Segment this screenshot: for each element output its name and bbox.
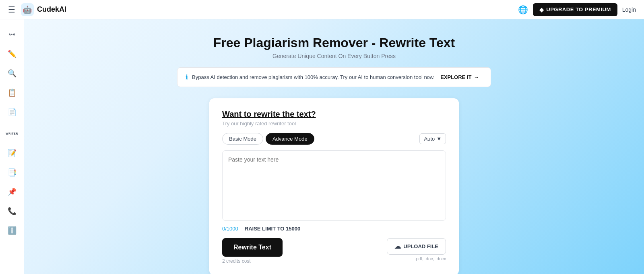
sidebar-item-info[interactable]: ℹ️ <box>3 222 21 239</box>
phone-icon: 📞 <box>8 207 17 216</box>
chevron-down-icon: ▼ <box>436 136 442 142</box>
upgrade-button[interactable]: ◆ UPGRADE TO PREMIUM <box>533 3 617 16</box>
layout: A+H ✏️ 🔍 📋 📄 WRITER 📝 📑 📌 � <box>0 19 644 274</box>
topnav-right: 🌐 ◆ UPGRADE TO PREMIUM Login <box>518 3 636 16</box>
detector-icon: 🔍 <box>8 69 17 78</box>
credits-cost: 2 credits cost <box>222 258 283 264</box>
hamburger-icon[interactable]: ☰ <box>8 5 15 15</box>
page-title: Free Plagiarism Remover - Rewrite Text <box>32 35 636 50</box>
action-row: Rewrite Text 2 credits cost ☁ UPLOAD FIL… <box>222 238 446 264</box>
card-subtitle: Try our highly rated rewriter tool <box>222 120 446 127</box>
page-header: Free Plagiarism Remover - Rewrite Text G… <box>32 35 636 59</box>
logo-icon: 🤖 <box>21 3 34 16</box>
diamond-icon: ◆ <box>539 6 544 13</box>
info-icon: ℹ️ <box>8 226 17 235</box>
sidebar-label-ah: A+H <box>9 33 15 36</box>
rewrite-col: Rewrite Text 2 credits cost <box>222 238 283 264</box>
sidebar-group-writer: WRITER <box>3 125 21 143</box>
notes-icon: 📝 <box>8 149 17 158</box>
rewrite-button[interactable]: Rewrite Text <box>222 238 283 257</box>
main-content: Free Plagiarism Remover - Rewrite Text G… <box>24 19 644 274</box>
upload-col: ☁ UPLOAD FILE .pdf, .doc, .docx <box>387 238 446 261</box>
basic-mode-button[interactable]: Basic Mode <box>222 133 263 145</box>
rewrite-card: Want to rewrite the text? Try our highly… <box>209 98 459 274</box>
explore-link[interactable]: EXPLORE IT → <box>440 74 479 80</box>
login-button[interactable]: Login <box>622 6 636 13</box>
auto-dropdown[interactable]: Auto ▼ <box>419 133 446 144</box>
mode-buttons: Basic Mode Advance Mode <box>222 133 314 145</box>
document-icon: 📄 <box>8 108 17 116</box>
page-subtitle: Generate Unique Content On Every Button … <box>32 53 636 59</box>
copy-icon: 📑 <box>8 168 17 177</box>
sidebar-item-clipboard[interactable]: 📋 <box>3 84 21 102</box>
upgrade-label: UPGRADE TO PREMIUM <box>546 6 611 12</box>
ai-rewrite-icon: ✏️ <box>8 50 17 58</box>
card-title: Want to rewrite the text? <box>222 110 446 119</box>
sidebar-item-ah[interactable]: A+H <box>3 26 21 44</box>
sidebar-group-ah: A+H <box>3 26 21 44</box>
info-banner-text: Bypass AI detection and remove plagiaris… <box>192 74 435 80</box>
sidebar-item-paste[interactable]: 📌 <box>3 183 21 201</box>
sidebar-item-notes[interactable]: 📝 <box>3 144 21 162</box>
info-banner-icon: ℹ <box>186 73 188 81</box>
sidebar-item-document[interactable]: 📄 <box>3 103 21 121</box>
sidebar-item-copy[interactable]: 📑 <box>3 164 21 181</box>
file-types-label: .pdf, .doc, .docx <box>415 256 446 261</box>
mode-row: Basic Mode Advance Mode Auto ▼ <box>222 133 446 145</box>
sidebar-label-writer: WRITER <box>6 132 18 135</box>
clipboard-icon: 📋 <box>8 88 17 97</box>
upload-button[interactable]: ☁ UPLOAD FILE <box>387 238 446 255</box>
character-counter: 0/1000 <box>222 226 238 232</box>
card-title-highlight: text <box>297 110 311 118</box>
globe-icon[interactable]: 🌐 <box>518 5 528 15</box>
paste-icon: 📌 <box>8 187 17 196</box>
sidebar-item-detector[interactable]: 🔍 <box>3 64 21 82</box>
upload-label: UPLOAD FILE <box>403 243 438 249</box>
sidebar-item-ai-rewrite[interactable]: ✏️ <box>3 45 21 63</box>
raise-limit-button[interactable]: RAISE LIMIT TO 15000 <box>245 226 300 232</box>
logo-text: CudekAI <box>37 5 66 14</box>
sidebar-item-writer[interactable]: WRITER <box>3 125 21 143</box>
sidebar-item-phone[interactable]: 📞 <box>3 202 21 220</box>
info-banner: ℹ Bypass AI detection and remove plagiar… <box>177 67 491 87</box>
counter-row: 0/1000 RAISE LIMIT TO 15000 <box>222 226 446 232</box>
auto-dropdown-label: Auto <box>424 136 435 142</box>
sidebar: A+H ✏️ 🔍 📋 📄 WRITER 📝 📑 📌 � <box>0 19 24 274</box>
text-input[interactable] <box>222 150 446 221</box>
explore-arrow-icon: → <box>474 74 479 80</box>
advance-mode-button[interactable]: Advance Mode <box>266 133 314 145</box>
topnav: ☰ 🤖 CudekAI 🌐 ◆ UPGRADE TO PREMIUM Login <box>0 0 644 19</box>
upload-cloud-icon: ☁ <box>394 243 401 250</box>
topnav-left: ☰ 🤖 CudekAI <box>8 3 66 16</box>
